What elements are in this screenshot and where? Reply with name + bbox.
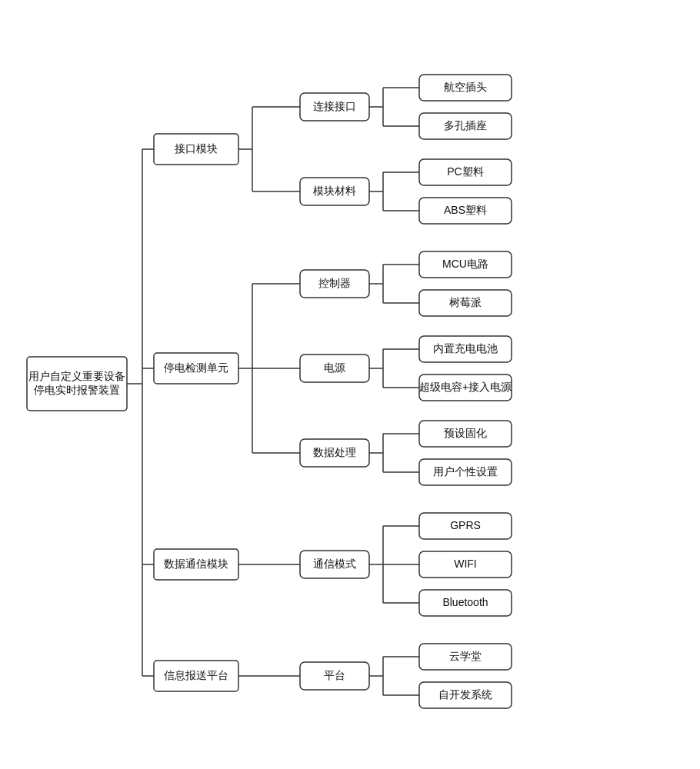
- svg-text:MCU电路: MCU电路: [442, 257, 488, 269]
- svg-text:Bluetooth: Bluetooth: [442, 595, 488, 608]
- svg-text:云学堂: 云学堂: [449, 649, 482, 661]
- svg-text:用户自定义重要设备: 用户自定义重要设备: [28, 369, 125, 381]
- svg-text:ABS塑料: ABS塑料: [444, 203, 487, 215]
- svg-text:预设固化: 预设固化: [444, 426, 487, 438]
- svg-text:用户个性设置: 用户个性设置: [433, 464, 498, 477]
- svg-text:GPRS: GPRS: [450, 518, 481, 531]
- svg-text:停电检测单元: 停电检测单元: [164, 361, 228, 373]
- svg-text:停电实时报警装置: 停电实时报警装置: [34, 383, 120, 395]
- svg-text:超级电容+接入电源: 超级电容+接入电源: [419, 380, 512, 392]
- svg-text:连接接口: 连接接口: [313, 99, 356, 112]
- svg-text:数据处理: 数据处理: [313, 445, 356, 458]
- svg-text:电源: 电源: [324, 361, 345, 373]
- diagram-container: 用户自定义重要设备停电实时报警装置接口模块连接接口航空插头多孔插座模块材料PC塑…: [4, 22, 696, 747]
- svg-text:数据通信模块: 数据通信模块: [164, 557, 228, 569]
- svg-text:接口模块: 接口模块: [175, 141, 218, 154]
- svg-text:多孔插座: 多孔插座: [444, 118, 487, 131]
- svg-text:WIFI: WIFI: [454, 557, 477, 569]
- svg-text:信息报送平台: 信息报送平台: [164, 668, 228, 681]
- svg-text:通信模式: 通信模式: [313, 557, 356, 569]
- svg-text:航空插头: 航空插头: [444, 80, 487, 92]
- tree-diagram: 用户自定义重要设备停电实时报警装置接口模块连接接口航空插头多孔插座模块材料PC塑…: [19, 38, 688, 730]
- svg-text:内置充电电池: 内置充电电池: [433, 341, 498, 354]
- svg-text:树莓派: 树莓派: [449, 295, 482, 308]
- svg-text:模块材料: 模块材料: [313, 184, 356, 196]
- svg-text:PC塑料: PC塑料: [447, 165, 483, 177]
- svg-text:控制器: 控制器: [318, 276, 351, 288]
- svg-text:平台: 平台: [324, 668, 345, 681]
- svg-text:自开发系统: 自开发系统: [438, 687, 492, 700]
